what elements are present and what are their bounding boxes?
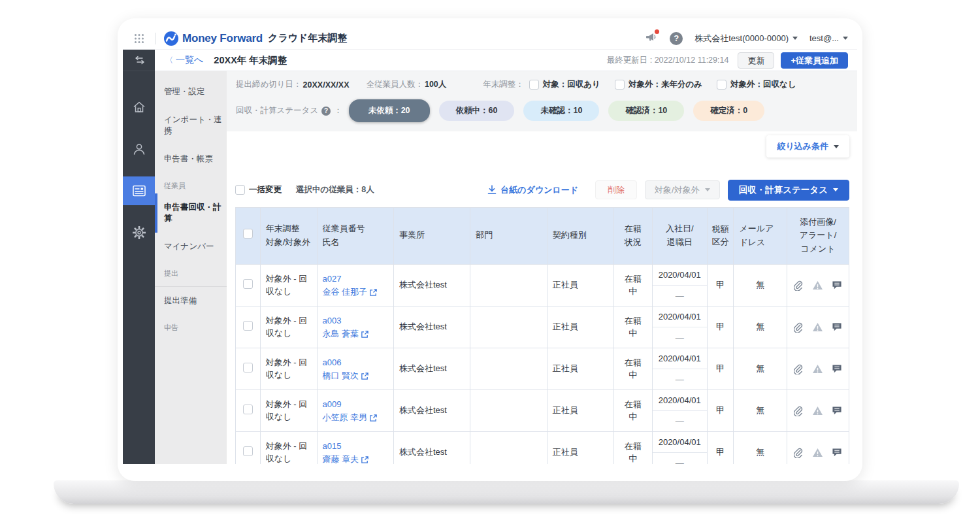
- chevron-left-icon: 〈: [165, 55, 173, 66]
- employee-code-link[interactable]: a015: [323, 439, 388, 454]
- comment-icon[interactable]: [832, 280, 842, 290]
- notification-dot: [655, 29, 659, 34]
- cell-dates: 2020/04/01 —: [652, 431, 707, 464]
- checkbox-icon[interactable]: [717, 80, 727, 90]
- pill-not-requested[interactable]: 未依頼：20: [349, 99, 430, 122]
- help-icon[interactable]: ?: [670, 32, 683, 45]
- sidebar-item-mynumber[interactable]: マイナンバー: [155, 233, 227, 261]
- target-toggle-label: 対象/対象外: [655, 186, 700, 194]
- company-menu[interactable]: 株式会社test(0000-0000): [694, 33, 798, 44]
- comment-icon[interactable]: [832, 406, 842, 416]
- attachment-paperclip-icon[interactable]: [794, 280, 804, 291]
- download-template-link[interactable]: 台紙のダウンロード: [487, 184, 578, 196]
- back-to-list-link[interactable]: 〈 一覧へ: [165, 54, 203, 66]
- cell-contract: 正社員: [547, 389, 613, 431]
- chevron-down-icon: [834, 145, 839, 148]
- cell-attachments: [787, 431, 849, 464]
- table-row: 対象外 - 回収なし a009 小笠原 幸男 株式会社test 正社員 在籍 中…: [236, 389, 849, 431]
- attachment-paperclip-icon[interactable]: [794, 322, 804, 333]
- leave-date: —: [653, 369, 707, 389]
- select-all-checkbox[interactable]: [243, 229, 253, 239]
- join-date: 2020/04/01: [653, 265, 707, 286]
- checkbox-label: 対象外：来年分のみ: [629, 79, 702, 90]
- notifications-megaphone-icon[interactable]: [645, 31, 658, 46]
- sidebar-item-settings[interactable]: 管理・設定: [155, 78, 227, 106]
- employee-name-link[interactable]: 齋藤 章夫: [323, 454, 370, 464]
- checkbox-label: 対象外：回収なし: [730, 79, 796, 90]
- add-employee-button[interactable]: +従業員追加: [781, 52, 848, 69]
- sidebar-item-import[interactable]: インポート・連携: [155, 106, 227, 145]
- col-contract-type: 契約種別: [547, 207, 613, 264]
- employee-name-link[interactable]: 橋口 賢次: [323, 370, 370, 382]
- employee-code-link[interactable]: a006: [323, 356, 388, 370]
- status-colon: ：: [334, 105, 342, 116]
- delete-button[interactable]: 削除: [595, 180, 637, 199]
- external-link-icon: [361, 372, 369, 380]
- collapse-sidebar-button[interactable]: [123, 50, 155, 71]
- employee-name-link[interactable]: 金谷 佳那子: [323, 286, 378, 298]
- checkbox-nontarget-nextyear[interactable]: 対象外：来年分のみ: [615, 79, 702, 90]
- comment-icon[interactable]: [832, 322, 842, 332]
- leave-date: —: [653, 453, 707, 465]
- pill-finalized[interactable]: 確定済：0: [693, 101, 764, 121]
- cell-employee: a027 金谷 佳那子: [317, 264, 393, 306]
- status-change-button[interactable]: 回収・計算ステータス: [728, 180, 849, 201]
- sidebar-item-submission-prep[interactable]: 提出準備: [155, 287, 227, 315]
- row-checkbox[interactable]: [243, 279, 253, 289]
- alert-warning-icon[interactable]: [812, 364, 823, 374]
- join-date: 2020/04/01: [653, 390, 707, 411]
- refresh-button[interactable]: 更新: [738, 52, 774, 69]
- cell-employee: a006 橋口 賢次: [317, 348, 393, 389]
- checkbox-icon[interactable]: [235, 185, 245, 195]
- employee-code-link[interactable]: a009: [323, 397, 388, 412]
- gear-icon: [132, 225, 146, 240]
- alert-warning-icon[interactable]: [812, 280, 823, 290]
- alert-warning-icon[interactable]: [812, 448, 823, 457]
- comment-icon[interactable]: [832, 364, 842, 374]
- cell-dates: 2020/04/01 —: [652, 306, 707, 348]
- employee-code-link[interactable]: a003: [323, 314, 388, 328]
- cell-employee: a015 齋藤 章夫: [317, 431, 393, 464]
- last-updated-text: 最終更新日 : 2022/10/12 11:29:14: [607, 55, 729, 66]
- sidebar-item-collection-calculation[interactable]: 申告書回収・計算: [155, 193, 227, 233]
- table-area: 絞り込み条件 一括変更 選択中の従業員：8人: [227, 131, 857, 464]
- col-employee: 従業員番号 氏名: [317, 207, 393, 264]
- row-checkbox[interactable]: [243, 405, 253, 414]
- employee-code-link[interactable]: a027: [323, 272, 388, 286]
- nav-settings[interactable]: [123, 214, 155, 252]
- app-launcher-icon[interactable]: [131, 30, 148, 47]
- sidebar-item-forms[interactable]: 申告書・帳票: [155, 145, 227, 173]
- target-toggle-button[interactable]: 対象/対象外: [645, 180, 720, 199]
- filter-conditions-button[interactable]: 絞り込み条件: [766, 135, 849, 157]
- bulk-change-checkbox[interactable]: 一括変更: [235, 184, 282, 195]
- checkbox-target-collected[interactable]: 対象：回収あり: [529, 79, 600, 90]
- pill-requested[interactable]: 依頼中：60: [439, 101, 515, 121]
- status-help-icon[interactable]: ?: [321, 107, 331, 116]
- alert-warning-icon[interactable]: [812, 322, 823, 332]
- checkbox-icon[interactable]: [615, 80, 625, 90]
- checkbox-nontarget-nocollect[interactable]: 対象外：回収なし: [717, 79, 796, 90]
- employee-name-link[interactable]: 小笠原 幸男: [323, 412, 378, 423]
- row-checkbox[interactable]: [243, 321, 253, 331]
- pill-confirmed[interactable]: 確認済：10: [608, 101, 684, 121]
- comment-icon[interactable]: [832, 448, 842, 457]
- row-checkbox[interactable]: [243, 363, 253, 373]
- pill-unconfirmed[interactable]: 未確認：10: [523, 101, 599, 121]
- attachment-paperclip-icon[interactable]: [794, 405, 804, 416]
- brand-logo[interactable]: Money Forward クラウド年末調整: [164, 31, 347, 46]
- employee-name-link[interactable]: 永島 蒼葉: [323, 328, 370, 340]
- user-menu[interactable]: test@...: [809, 33, 848, 43]
- attachment-paperclip-icon[interactable]: [794, 447, 804, 458]
- alert-warning-icon[interactable]: [812, 406, 823, 416]
- leave-date: —: [653, 286, 707, 306]
- nav-home[interactable]: [123, 88, 155, 126]
- attachment-paperclip-icon[interactable]: [794, 363, 804, 374]
- nav-employees[interactable]: [123, 130, 155, 168]
- checkbox-icon[interactable]: [529, 80, 539, 90]
- cell-contract: 正社員: [547, 431, 613, 464]
- nav-declarations[interactable]: [123, 176, 155, 205]
- cell-contract: 正社員: [547, 264, 613, 306]
- bulk-change-label: 一括変更: [249, 184, 282, 195]
- row-checkbox[interactable]: [243, 446, 253, 456]
- cell-department: [470, 264, 547, 306]
